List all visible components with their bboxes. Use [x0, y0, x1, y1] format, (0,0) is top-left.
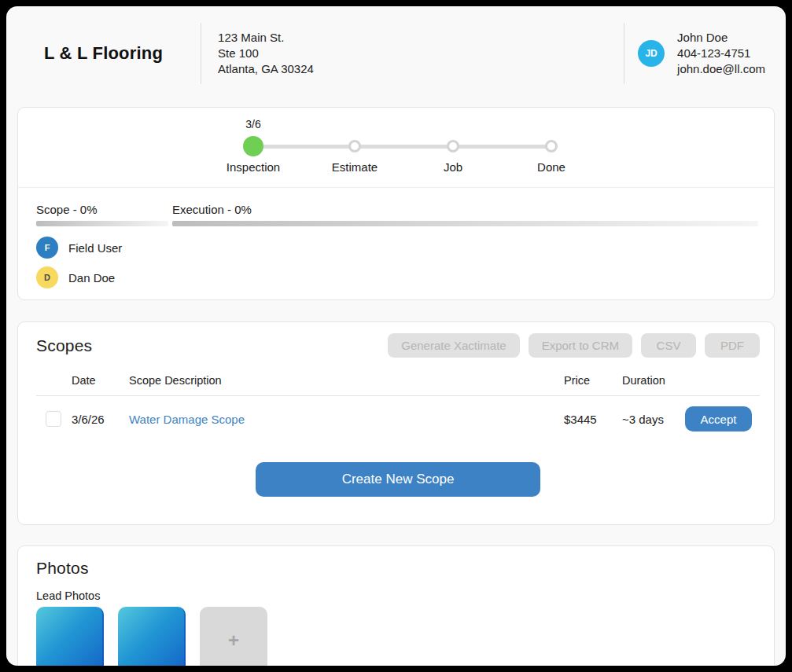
- step-dot-job: [447, 140, 459, 152]
- scopes-title: Scopes: [36, 336, 92, 355]
- address-line-3: Atlanta, GA 30324: [218, 61, 314, 77]
- user-email: john.doe@ll.com: [677, 61, 765, 77]
- accept-button[interactable]: Accept: [685, 406, 752, 431]
- add-photo-button[interactable]: +: [200, 607, 267, 666]
- scopes-toolbar: Generate Xactimate Export to CRM CSV PDF: [388, 333, 760, 358]
- step-label-job: Job: [444, 160, 462, 174]
- csv-button[interactable]: CSV: [641, 333, 696, 358]
- scope-duration: ~3 days: [622, 413, 685, 426]
- lead-photos-row: +: [36, 607, 756, 666]
- app-page: L & L Flooring 123 Main St. Ste 100 Atla…: [6, 6, 786, 666]
- column-header-date: Date: [68, 374, 129, 387]
- scope-description-link[interactable]: Water Damage Scope: [129, 413, 245, 426]
- user-contact-info: John Doe 404-123-4751 john.doe@ll.com: [677, 30, 765, 77]
- step-label-done: Done: [537, 160, 565, 174]
- pdf-button[interactable]: PDF: [705, 333, 760, 358]
- user-name: John Doe: [677, 30, 765, 46]
- card-divider: [18, 187, 774, 188]
- execution-progress-bar: [172, 221, 758, 226]
- execution-progress-label: Execution - 0%: [172, 203, 758, 216]
- lead-photos-label: Lead Photos: [36, 589, 756, 602]
- scope-price: $3445: [564, 413, 622, 426]
- scopes-table-header: Date Scope Description Price Duration: [36, 374, 760, 396]
- column-header-duration: Duration: [622, 374, 685, 387]
- step-dot-inspection: [243, 136, 263, 156]
- assignee-name: Dan Doe: [68, 271, 115, 285]
- lead-photo-thumbnail-1[interactable]: [36, 607, 104, 666]
- generate-xactimate-button[interactable]: Generate Xactimate: [388, 333, 519, 358]
- header-divider: [201, 23, 201, 84]
- step-dot-done: [545, 140, 558, 152]
- scope-progress-label: Scope - 0%: [36, 203, 172, 216]
- assignee-avatar: D: [36, 266, 58, 288]
- scopes-card: Scopes Generate Xactimate Export to CRM …: [17, 321, 775, 525]
- scope-progress-bar: [36, 221, 168, 226]
- user-phone: 404-123-4751: [677, 46, 765, 61]
- export-to-crm-button[interactable]: Export to CRM: [529, 333, 632, 358]
- scopes-table: Date Scope Description Price Duration 3/…: [36, 374, 760, 439]
- step-counter: 3/6: [230, 118, 277, 130]
- column-header-price: Price: [564, 374, 622, 387]
- user-contact-block: JD John Doe 404-123-4751 john.doe@ll.com: [624, 23, 765, 84]
- assignee-row-dan-doe: D Dan Doe: [36, 266, 758, 288]
- header: L & L Flooring 123 Main St. Ste 100 Atla…: [6, 6, 786, 101]
- scope-date: 3/6/26: [68, 413, 129, 426]
- step-label-estimate: Estimate: [332, 160, 378, 174]
- company-address: 123 Main St. Ste 100 Atlanta, GA 30324: [218, 30, 314, 77]
- assignee-name: Field User: [68, 241, 122, 255]
- photos-card: Photos Lead Photos +: [17, 545, 775, 666]
- stepper-track: [253, 145, 551, 149]
- pipeline-stepper: 3/6 Inspection Estimate Job Done: [18, 108, 774, 187]
- scope-row-checkbox[interactable]: [46, 411, 61, 427]
- lead-photo-thumbnail-2[interactable]: [118, 607, 186, 666]
- pipeline-card: 3/6 Inspection Estimate Job Done Scope -…: [17, 107, 775, 300]
- address-line-2: Ste 100: [218, 46, 314, 61]
- assignee-list: F Field User D Dan Doe: [36, 237, 758, 288]
- address-line-1: 123 Main St.: [218, 30, 314, 46]
- column-header-description: Scope Description: [129, 374, 564, 387]
- assignee-row-field-user: F Field User: [36, 237, 758, 259]
- step-label-inspection: Inspection: [227, 160, 280, 174]
- header-divider: [624, 23, 624, 84]
- plus-icon: +: [228, 630, 239, 652]
- photos-title: Photos: [36, 559, 756, 578]
- company-name: L & L Flooring: [44, 43, 163, 64]
- progress-section: Scope - 0% Execution - 0% F Field User D…: [18, 203, 774, 299]
- user-avatar: JD: [638, 40, 665, 67]
- create-new-scope-button[interactable]: Create New Scope: [256, 462, 540, 497]
- assignee-avatar: F: [36, 237, 58, 259]
- step-dot-estimate: [348, 140, 361, 152]
- scope-table-row: 3/6/26 Water Damage Scope $3445 ~3 days …: [36, 396, 760, 439]
